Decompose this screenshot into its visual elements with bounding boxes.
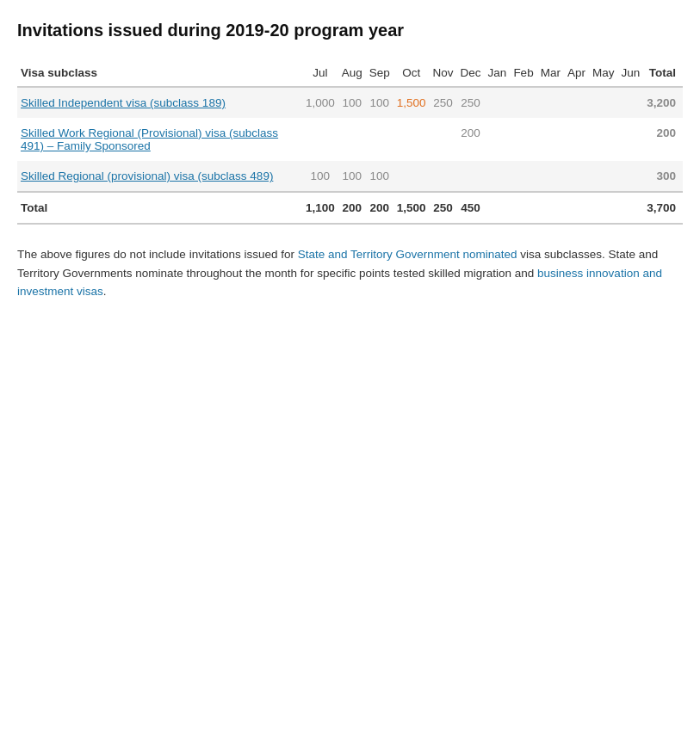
cell-may [589,161,618,192]
total-row: Total1,1002002001,5002504503,700 [17,192,683,224]
cell-jul [302,118,338,161]
cell-oct [393,118,430,161]
cell-jul: 1,000 [302,87,338,118]
total-cell-apr [564,192,589,224]
footnote: The above figures do not include invitat… [17,245,683,301]
cell-jun [617,87,643,118]
total-cell-dec: 450 [457,192,485,224]
cell-mar [537,118,564,161]
cell-dec [457,161,485,192]
visa-link[interactable]: Skilled Regional (provisional) visa (sub… [21,170,273,182]
visa-name-cell: Skilled Regional (provisional) visa (sub… [17,161,302,192]
cell-mar [537,87,564,118]
visa-link[interactable]: Skilled Independent visa (subclass 189) [21,96,226,109]
header-sep: Sep [366,61,393,87]
total-cell-may [589,192,618,224]
header-visa-subclass: Visa subclass [17,61,302,87]
total-cell-jan [485,192,511,224]
cell-jun [617,118,643,161]
cell-sep: 100 [366,161,393,192]
total-cell-mar [537,192,564,224]
cell-aug: 100 [338,161,366,192]
table-row: Skilled Work Regional (Provisional) visa… [17,118,683,161]
table-row: Skilled Regional (provisional) visa (sub… [17,161,683,192]
total-cell-nov: 250 [430,192,457,224]
header-jun: Jun [617,61,643,87]
cell-jan [485,87,511,118]
cell-jan [485,161,511,192]
cell-total: 3,200 [643,87,683,118]
cell-dec: 200 [457,118,485,161]
cell-oct [393,161,430,192]
cell-jan [485,118,511,161]
total-cell-aug: 200 [338,192,366,224]
cell-total: 200 [643,118,683,161]
cell-mar [537,161,564,192]
header-aug: Aug [338,61,366,87]
total-cell-jun [617,192,643,224]
cell-apr [564,118,589,161]
header-dec: Dec [457,61,485,87]
header-apr: Apr [564,61,589,87]
invitations-table: Visa subclass Jul Aug Sep Oct Nov Dec Ja… [17,61,683,225]
cell-nov: 250 [430,87,457,118]
cell-aug [338,118,366,161]
cell-sep: 100 [366,87,393,118]
cell-nov [430,161,457,192]
visa-name-cell: Skilled Independent visa (subclass 189) [17,87,302,118]
cell-dec: 250 [457,87,485,118]
cell-sep [366,118,393,161]
cell-feb [510,87,536,118]
cell-aug: 100 [338,87,366,118]
cell-jul: 100 [302,161,338,192]
total-cell-oct: 1,500 [393,192,430,224]
header-jul: Jul [302,61,338,87]
header-may: May [589,61,618,87]
cell-total: 300 [643,161,683,192]
header-oct: Oct [393,61,430,87]
header-total: Total [643,61,683,87]
total-label: Total [17,192,302,224]
cell-may [589,118,618,161]
cell-jun [617,161,643,192]
table-row: Skilled Independent visa (subclass 189)1… [17,87,683,118]
visa-name-cell: Skilled Work Regional (Provisional) visa… [17,118,302,161]
total-cell-jul: 1,100 [302,192,338,224]
cell-oct: 1,500 [393,87,430,118]
header-jan: Jan [485,61,511,87]
footnote-link-state-territory[interactable]: State and Territory Government nominated [298,248,517,261]
table-header-row: Visa subclass Jul Aug Sep Oct Nov Dec Ja… [17,61,683,87]
cell-may [589,87,618,118]
cell-feb [510,161,536,192]
cell-apr [564,87,589,118]
header-feb: Feb [510,61,536,87]
total-cell-sep: 200 [366,192,393,224]
visa-link[interactable]: Skilled Work Regional (Provisional) visa… [21,126,278,152]
header-mar: Mar [537,61,564,87]
cell-nov [430,118,457,161]
header-nov: Nov [430,61,457,87]
page-title: Invitations issued during 2019-20 progra… [17,21,683,40]
grand-total: 3,700 [643,192,683,224]
cell-apr [564,161,589,192]
total-cell-feb [510,192,536,224]
cell-feb [510,118,536,161]
footnote-link-business-innovation[interactable]: business innovation and investment visas [17,267,662,299]
